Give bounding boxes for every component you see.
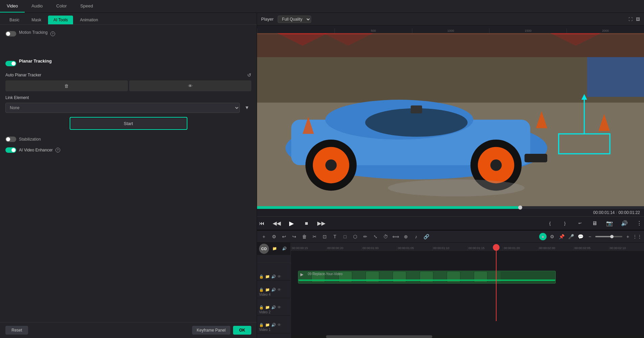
split-button[interactable]: ✂: [310, 233, 319, 241]
reset-button[interactable]: Reset: [5, 326, 28, 335]
in-point-button[interactable]: {: [545, 219, 555, 228]
track-speaker-icon1[interactable]: 🔊: [271, 274, 276, 279]
shape-button[interactable]: ⬡: [351, 233, 359, 241]
speed-button[interactable]: ⏱: [382, 233, 390, 241]
motion-tracking-toggle[interactable]: [5, 31, 16, 37]
refresh-icon[interactable]: ↺: [247, 72, 251, 78]
rectangle-button[interactable]: □: [341, 233, 349, 241]
out-point-button[interactable]: }: [560, 219, 570, 228]
delete-button[interactable]: 🗑: [300, 233, 308, 241]
sub-tab-mask[interactable]: Mask: [26, 16, 47, 24]
zoom-pin-button[interactable]: 📌: [557, 233, 566, 241]
motion-tracking-help-icon[interactable]: ?: [50, 31, 55, 36]
svg-rect-17: [525, 154, 547, 162]
keyframe-panel-button[interactable]: Keyframe Panel: [192, 326, 230, 335]
ok-button[interactable]: OK: [233, 326, 251, 335]
timeline-settings-button[interactable]: ⚙: [270, 233, 278, 241]
sub-tab-ai-tools[interactable]: AI Tools: [48, 16, 73, 24]
pen-button[interactable]: ✏: [361, 233, 369, 241]
picture-in-picture-icon[interactable]: 🖼: [636, 17, 640, 22]
track-video2-name: Video 2: [259, 310, 289, 314]
tab-audio[interactable]: Audio: [25, 0, 49, 13]
add-track-button[interactable]: +: [260, 233, 268, 241]
zoom-in-button[interactable]: +: [624, 233, 632, 241]
current-time: 00:00:01:14: [593, 210, 615, 215]
ai-enhancer-toggle[interactable]: [5, 147, 16, 153]
track-folder-icon[interactable]: 📁: [265, 274, 270, 279]
ai-enhancer-help-icon[interactable]: ?: [55, 148, 60, 152]
progress-thumb[interactable]: [518, 206, 522, 210]
audio-snap-button[interactable]: ♪: [412, 233, 420, 241]
add-media-button[interactable]: 📁: [271, 245, 279, 253]
h-scrollbar-thumb[interactable]: [326, 335, 432, 338]
player-ruler: 500 1000 1500 2000: [257, 26, 644, 33]
progress-bar[interactable]: [257, 206, 644, 209]
monitor-icon[interactable]: 🖥: [590, 219, 599, 228]
sub-tab-animation[interactable]: Animation: [74, 16, 103, 24]
text-button[interactable]: T: [331, 233, 339, 241]
track-eye-icon4[interactable]: 👁: [277, 323, 281, 327]
start-button[interactable]: Start: [71, 118, 186, 128]
more-timeline-button[interactable]: ⋮⋮: [633, 233, 641, 241]
track-speaker-icon3[interactable]: 🔊: [271, 305, 276, 310]
zoom-mic-button[interactable]: 🎤: [567, 233, 575, 241]
h-scrollbar[interactable]: [291, 335, 644, 338]
track-folder-icon4[interactable]: 📁: [265, 323, 270, 327]
go-to-in-button[interactable]: ↩: [575, 219, 584, 228]
sub-tab-basic[interactable]: Basic: [4, 16, 25, 24]
planar-tracking-section: Planar Tracking Auto Planar Tracker ↺ 🗑 …: [5, 58, 251, 130]
track-lock-icon[interactable]: 🔒: [259, 274, 264, 279]
undo-button[interactable]: ↩: [280, 233, 288, 241]
planar-tracking-toggle[interactable]: [5, 61, 16, 66]
track-speaker-icon4[interactable]: 🔊: [271, 323, 276, 327]
top-tab-bar: Video Audio Color Speed: [0, 0, 644, 13]
speaker-icon[interactable]: 🔊: [620, 219, 629, 228]
stabilization-toggle[interactable]: [5, 137, 16, 142]
tracker-buttons-row: 🗑 👁: [5, 80, 251, 91]
svg-rect-18: [411, 105, 422, 114]
track-eye-icon3[interactable]: 👁: [277, 305, 281, 310]
stop-button[interactable]: ■: [302, 219, 311, 228]
track-folder-icon2[interactable]: 📁: [265, 288, 270, 292]
delete-tracker-button[interactable]: 🗑: [5, 80, 128, 91]
quality-select[interactable]: Full Quality 1/2 Quality 1/4 Quality: [278, 16, 311, 23]
track-label-video1: 🔒 📁 🔊 👁 Video 1: [257, 316, 291, 333]
track-eye-icon2[interactable]: 👁: [277, 288, 281, 292]
track-lock-icon4[interactable]: 🔒: [259, 323, 264, 327]
zoom-subtitle-button[interactable]: 💬: [576, 233, 584, 241]
zoom-thumb[interactable]: [610, 235, 614, 238]
track-video1-name: Video 1: [259, 328, 289, 332]
ripple-button[interactable]: ⟺: [392, 233, 400, 241]
frame-back-button[interactable]: ◀◀: [272, 219, 281, 228]
redo-button[interactable]: ↪: [290, 233, 298, 241]
add-audio-button[interactable]: 🔊: [281, 245, 289, 253]
track-speaker-icon2[interactable]: 🔊: [271, 288, 276, 292]
crop-button[interactable]: ⊡: [321, 233, 329, 241]
app-container: Video Audio Color Speed Basic Mask AI To…: [0, 0, 644, 338]
track-folder-icon3[interactable]: 📁: [265, 305, 270, 310]
planar-tracking-label: Planar Tracking: [19, 58, 52, 64]
video-clip-bar[interactable]: ▶ 09 Replace-Your-Video: [298, 271, 556, 284]
tab-color[interactable]: Color: [49, 0, 73, 13]
zoom-settings2-button[interactable]: ⚙: [548, 233, 556, 241]
link-button[interactable]: 🔗: [422, 233, 430, 241]
zoom-slider[interactable]: [595, 236, 622, 237]
zoom-record-button[interactable]: ●: [539, 233, 547, 240]
tab-video[interactable]: Video: [0, 0, 25, 13]
track-lock-icon2[interactable]: 🔒: [259, 288, 264, 292]
timeline-toolbar: + ⚙ ↩ ↪ 🗑 ✂ ⊡ T □ ⬡ ✏ ⤡ ⏱ ⟺ ⊕ ♪ 🔗: [257, 231, 644, 243]
more-options-icon[interactable]: ⋮: [635, 219, 644, 228]
zoom-out-button[interactable]: −: [586, 233, 594, 241]
track-eye-icon1[interactable]: 👁: [277, 274, 281, 279]
tab-speed[interactable]: Speed: [73, 0, 100, 13]
link-element-select[interactable]: None: [5, 103, 240, 113]
fullscreen-icon[interactable]: ⛶: [628, 17, 632, 22]
track-lock-icon3[interactable]: 🔒: [259, 305, 264, 310]
play-button[interactable]: ▶: [287, 219, 296, 228]
transform-button[interactable]: ⤡: [371, 233, 380, 241]
magnet-button[interactable]: ⊕: [402, 233, 410, 241]
step-back-button[interactable]: ⏮: [257, 219, 267, 228]
frame-forward-button[interactable]: ▶▶: [317, 219, 326, 228]
eye-tracker-button[interactable]: 👁: [129, 80, 252, 91]
camera-icon[interactable]: 📷: [605, 219, 614, 228]
